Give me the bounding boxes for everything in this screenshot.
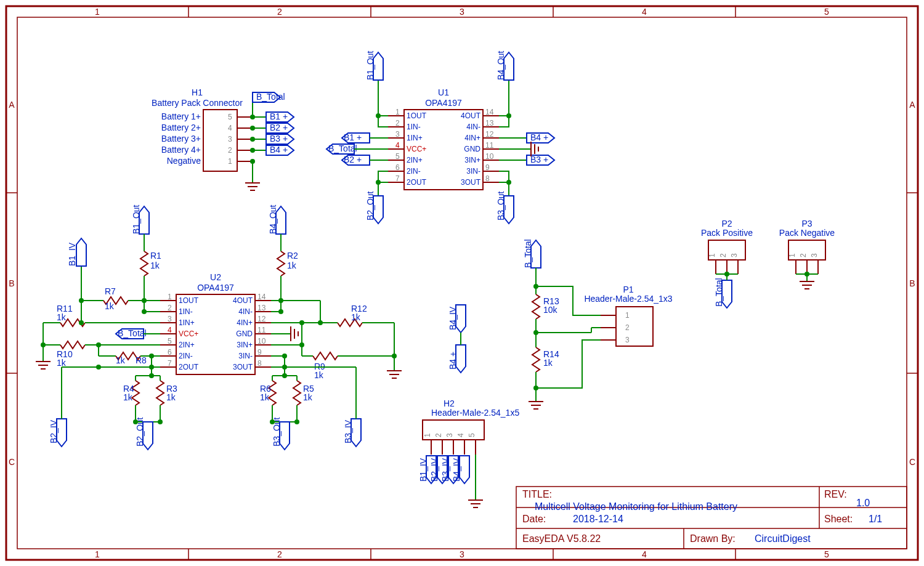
svg-text:B: B: [9, 278, 14, 288]
svg-text:9: 9: [485, 163, 490, 172]
svg-text:2IN+: 2IN+: [407, 156, 423, 164]
component-r2: R21k: [277, 246, 298, 281]
svg-text:2OUT: 2OUT: [407, 178, 427, 187]
svg-text:3: 3: [395, 130, 400, 139]
component-p2: P2 Pack Positive 1 2 3 B_Total: [701, 219, 753, 308]
component-r4: R41k: [123, 376, 139, 410]
svg-text:4: 4: [642, 7, 647, 17]
svg-text:1IN+: 1IN+: [179, 318, 195, 327]
component-r12: R121k: [333, 304, 367, 326]
svg-rect-305: [616, 307, 653, 346]
svg-text:1k: 1k: [314, 370, 324, 380]
svg-text:2: 2: [395, 119, 400, 127]
svg-text:Battery 3+: Battery 3+: [161, 134, 201, 144]
svg-text:1: 1: [788, 253, 796, 257]
svg-text:Negative: Negative: [167, 156, 201, 166]
svg-text:10: 10: [257, 337, 266, 346]
svg-text:A: A: [909, 100, 915, 110]
svg-text:B2_Out: B2_Out: [135, 417, 145, 447]
svg-point-217: [41, 342, 46, 347]
svg-point-135: [376, 180, 381, 185]
svg-text:4OUT: 4OUT: [461, 111, 481, 120]
date-value: 2018-12-14: [573, 514, 623, 524]
svg-text:1: 1: [95, 549, 100, 559]
svg-text:B1_IV: B1_IV: [67, 242, 77, 266]
svg-point-281: [294, 419, 299, 424]
svg-text:7: 7: [395, 174, 400, 183]
svg-text:2: 2: [625, 323, 630, 332]
svg-text:1OUT: 1OUT: [407, 111, 427, 120]
svg-text:3: 3: [460, 7, 464, 17]
svg-text:Pack Positive: Pack Positive: [701, 228, 753, 238]
svg-point-291: [318, 320, 323, 325]
svg-text:5: 5: [168, 337, 172, 346]
svg-text:4: 4: [228, 124, 232, 132]
svg-text:2: 2: [434, 433, 443, 437]
svg-text:2IN-: 2IN-: [179, 352, 193, 360]
component-r11: R111k: [55, 304, 90, 326]
svg-text:VCC+: VCC+: [179, 329, 198, 338]
svg-text:Header-Male-2.54_1x3: Header-Male-2.54_1x3: [584, 294, 672, 304]
svg-text:A: A: [9, 100, 15, 110]
svg-text:B2_Out: B2_Out: [365, 191, 375, 220]
svg-text:1: 1: [228, 157, 232, 166]
svg-text:3IN-: 3IN-: [238, 352, 253, 360]
svg-text:OPA4197: OPA4197: [425, 98, 462, 108]
drawn-label: Drawn By:: [690, 533, 736, 544]
svg-point-132: [376, 113, 381, 118]
svg-text:4IN+: 4IN+: [464, 134, 480, 142]
title-label: TITLE:: [522, 489, 552, 499]
svg-point-251: [278, 309, 283, 314]
svg-point-225: [96, 342, 101, 347]
divider-p1: B_Total R1310k R141k P1 Header-Male-2.54…: [523, 239, 673, 409]
svg-text:C: C: [909, 457, 915, 467]
svg-point-276: [282, 373, 287, 378]
svg-text:5: 5: [228, 113, 232, 121]
svg-text:R7: R7: [105, 286, 116, 296]
svg-text:1k: 1k: [116, 355, 126, 365]
svg-text:B4_IV: B4_IV: [448, 306, 458, 330]
svg-text:GND: GND: [236, 329, 253, 338]
svg-text:B_Total: B_Total: [118, 328, 147, 338]
svg-point-234: [149, 373, 154, 378]
svg-text:3: 3: [445, 433, 454, 437]
svg-text:1IN+: 1IN+: [407, 134, 423, 142]
rev-value: 1.0: [856, 498, 870, 508]
svg-text:B4 +: B4 +: [448, 352, 458, 370]
component-h2: H2 Header-Male-2.54_1x5 1 2 3 4 5 B1_IV …: [418, 398, 519, 507]
title-block: TITLE: Multicell Voltage Monitoring for …: [516, 487, 907, 549]
svg-text:B4_IV: B4_IV: [452, 458, 461, 482]
svg-text:B1_Out: B1_Out: [365, 51, 375, 80]
svg-text:3: 3: [810, 253, 819, 257]
svg-text:B3_Out: B3_Out: [496, 191, 506, 220]
svg-text:1k: 1k: [303, 392, 313, 402]
svg-text:12: 12: [257, 315, 266, 323]
svg-text:B1_IV: B1_IV: [418, 458, 428, 482]
component-r1: R11k: [140, 246, 161, 281]
svg-text:3IN+: 3IN+: [237, 341, 253, 349]
svg-text:B_Total: B_Total: [523, 239, 533, 268]
svg-rect-0: [6, 6, 918, 560]
title-value: Multicell Voltage Monitoring for Lithium…: [535, 501, 737, 512]
svg-text:B3 +: B3 +: [270, 134, 288, 144]
svg-text:1: 1: [95, 7, 100, 17]
svg-text:B2_IV: B2_IV: [49, 419, 59, 443]
component-r10: R101k: [55, 341, 90, 368]
svg-text:4: 4: [395, 141, 400, 150]
svg-text:B2 +: B2 +: [270, 123, 288, 132]
u2-wiring: B_Total R11k B1_Out R71k B1_IV R111k R10…: [36, 204, 466, 450]
svg-point-138: [506, 113, 511, 118]
svg-text:11: 11: [257, 326, 266, 334]
svg-text:9: 9: [257, 348, 262, 357]
svg-text:7: 7: [168, 359, 172, 368]
component-r9: R91k: [308, 352, 342, 380]
svg-text:13: 13: [257, 304, 266, 312]
svg-text:Battery 4+: Battery 4+: [161, 145, 201, 155]
svg-text:VCC+: VCC+: [407, 145, 426, 153]
component-u2: U2 OPA4197 11OUT 21IN- 31IN+ 4VCC+ 52IN+…: [160, 272, 271, 374]
svg-rect-1: [17, 17, 907, 549]
svg-text:R2: R2: [287, 251, 298, 261]
svg-text:1k: 1k: [287, 261, 297, 270]
svg-text:4: 4: [642, 549, 647, 559]
svg-text:1k: 1k: [123, 392, 133, 402]
